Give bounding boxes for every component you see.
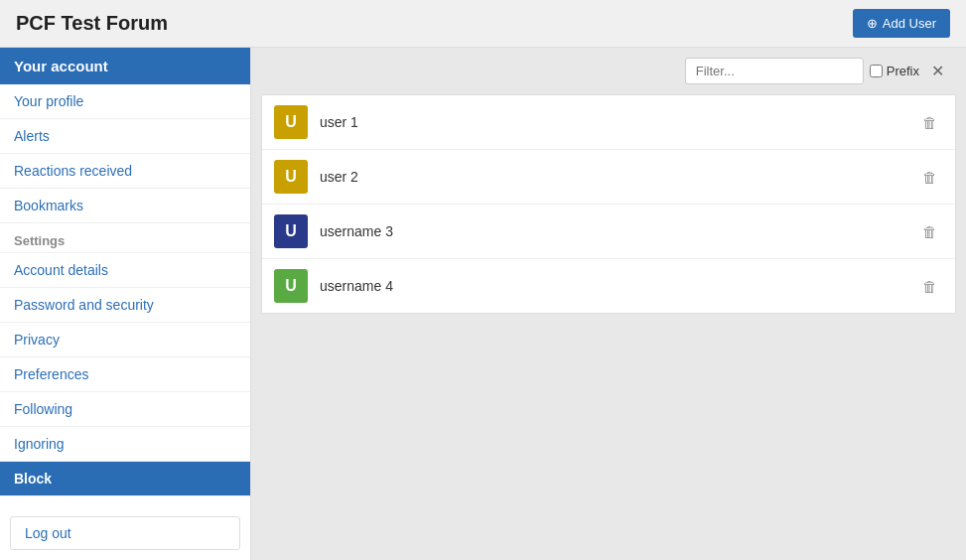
- user-name: user 1: [320, 114, 904, 130]
- delete-user-button[interactable]: 🗑: [916, 167, 943, 188]
- avatar: U: [274, 214, 308, 248]
- sidebar-item-preferences[interactable]: Preferences: [0, 357, 250, 392]
- avatar: U: [274, 269, 308, 303]
- prefix-checkbox[interactable]: [870, 65, 883, 77]
- filter-close-button[interactable]: ✕: [925, 60, 950, 82]
- logout-button[interactable]: Log out: [10, 516, 240, 550]
- prefix-label[interactable]: Prefix: [870, 64, 919, 78]
- main-content: Prefix ✕ Uuser 1🗑Uuser 2🗑Uusername 3🗑Uus…: [251, 48, 966, 560]
- sidebar-settings-label: Settings: [0, 223, 250, 253]
- sidebar-item-alerts[interactable]: Alerts: [0, 119, 250, 154]
- sidebar-item-following[interactable]: Following: [0, 392, 250, 427]
- avatar: U: [274, 105, 308, 139]
- sidebar-account-header: Your account: [0, 48, 250, 84]
- user-name: username 3: [320, 223, 904, 239]
- sidebar-item-block[interactable]: Block: [0, 462, 250, 496]
- add-user-icon: ⊕: [867, 16, 878, 31]
- delete-user-button[interactable]: 🗑: [916, 112, 943, 133]
- sidebar-item-password-and-security[interactable]: Password and security: [0, 288, 250, 323]
- user-name: user 2: [320, 169, 904, 185]
- table-row: Uusername 4🗑: [262, 259, 955, 313]
- app-title: PCF Test Forum: [16, 12, 168, 35]
- filter-input[interactable]: [685, 58, 864, 84]
- user-list: Uuser 1🗑Uuser 2🗑Uusername 3🗑Uusername 4🗑: [261, 94, 956, 314]
- sidebar-item-privacy[interactable]: Privacy: [0, 323, 250, 357]
- table-row: Uusername 3🗑: [262, 205, 955, 259]
- sidebar-item-reactions-received[interactable]: Reactions received: [0, 154, 250, 189]
- sidebar-item-your-profile[interactable]: Your profile: [0, 84, 250, 119]
- user-name: username 4: [320, 278, 904, 294]
- sidebar: Your account Your profile Alerts Reactio…: [0, 48, 251, 560]
- delete-user-button[interactable]: 🗑: [916, 221, 943, 242]
- add-user-button[interactable]: ⊕ Add User: [853, 9, 950, 38]
- delete-user-button[interactable]: 🗑: [916, 276, 943, 297]
- layout: Your account Your profile Alerts Reactio…: [0, 48, 966, 560]
- sidebar-item-bookmarks[interactable]: Bookmarks: [0, 189, 250, 223]
- filter-bar: Prefix ✕: [251, 48, 966, 94]
- sidebar-item-ignoring[interactable]: Ignoring: [0, 427, 250, 462]
- prefix-text: Prefix: [887, 64, 919, 78]
- avatar: U: [274, 160, 308, 194]
- table-row: Uuser 1🗑: [262, 95, 955, 150]
- add-user-label: Add User: [883, 16, 936, 31]
- sidebar-item-account-details[interactable]: Account details: [0, 253, 250, 288]
- header: PCF Test Forum ⊕ Add User: [0, 0, 966, 48]
- table-row: Uuser 2🗑: [262, 150, 955, 205]
